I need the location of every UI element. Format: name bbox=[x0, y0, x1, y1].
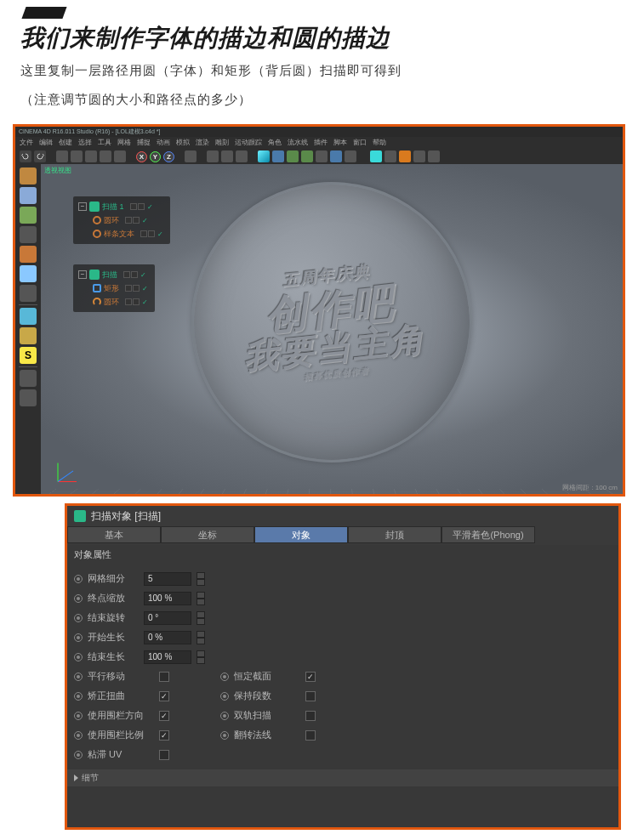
visibility-dots[interactable] bbox=[125, 285, 140, 292]
checkbox[interactable]: ✓ bbox=[159, 730, 169, 741]
attr-value-input[interactable]: 100 % bbox=[144, 592, 191, 605]
checkbox[interactable] bbox=[305, 691, 316, 701]
enable-check-icon[interactable]: ✓ bbox=[147, 203, 155, 211]
deformer-icon[interactable] bbox=[301, 150, 313, 162]
menu-snap[interactable]: 捕捉 bbox=[137, 138, 151, 148]
menu-mesh[interactable]: 网格 bbox=[117, 138, 131, 148]
menu-char[interactable]: 角色 bbox=[268, 138, 282, 148]
enable-check-icon[interactable]: ✓ bbox=[142, 217, 150, 224]
texture-mode-icon[interactable] bbox=[20, 207, 37, 224]
make-editable-icon[interactable] bbox=[20, 167, 37, 184]
anim-dot-icon[interactable] bbox=[74, 712, 83, 720]
anim-dot-icon[interactable] bbox=[220, 673, 229, 681]
details-section[interactable]: 细节 bbox=[67, 769, 618, 786]
tab-caps[interactable]: 封顶 bbox=[348, 526, 441, 543]
extra-tool-icon[interactable] bbox=[114, 150, 126, 162]
menu-create[interactable]: 创建 bbox=[59, 138, 72, 148]
checkbox[interactable] bbox=[305, 711, 316, 721]
anim-dot-icon[interactable] bbox=[74, 751, 83, 759]
spinner-icon[interactable] bbox=[197, 650, 205, 664]
palette-icon-2[interactable] bbox=[385, 150, 396, 162]
menu-track[interactable]: 运动跟踪 bbox=[235, 138, 262, 148]
anim-dot-icon[interactable] bbox=[74, 633, 83, 642]
palette-icon-1[interactable] bbox=[370, 150, 382, 162]
palette-icon-4[interactable] bbox=[413, 150, 425, 162]
hier-row-circle[interactable]: 圆环 ✓ bbox=[78, 213, 165, 227]
primitive-cube-icon[interactable] bbox=[258, 150, 270, 162]
spinner-icon[interactable] bbox=[197, 592, 205, 605]
move-tool-icon[interactable] bbox=[71, 150, 83, 162]
snap-icon[interactable]: S bbox=[20, 347, 37, 364]
point-mode-icon[interactable] bbox=[20, 246, 37, 263]
visibility-dots[interactable] bbox=[140, 230, 155, 237]
rotate-tool-icon[interactable] bbox=[100, 150, 111, 162]
anim-dot-icon[interactable] bbox=[74, 731, 83, 740]
axis-x-toggle[interactable]: X bbox=[136, 151, 147, 162]
menu-anim[interactable]: 动画 bbox=[157, 138, 170, 148]
hier-row-sweep2[interactable]: − 扫描 ✓ bbox=[78, 268, 150, 281]
anim-dot-icon[interactable] bbox=[220, 712, 229, 720]
expand-icon[interactable]: − bbox=[78, 202, 87, 211]
checkbox[interactable] bbox=[159, 672, 169, 682]
palette-icon-5[interactable] bbox=[428, 150, 440, 162]
menu-select[interactable]: 选择 bbox=[78, 138, 92, 148]
attr-value-input[interactable]: 5 bbox=[144, 572, 191, 586]
model-mode-icon[interactable] bbox=[20, 187, 37, 204]
camera-icon[interactable] bbox=[330, 150, 342, 162]
spinner-icon[interactable] bbox=[197, 631, 205, 644]
anim-dot-icon[interactable] bbox=[74, 653, 83, 661]
coord-mode-icon[interactable] bbox=[185, 150, 197, 162]
environment-icon[interactable] bbox=[316, 150, 328, 162]
redo-icon[interactable] bbox=[34, 150, 46, 162]
menu-render[interactable]: 渲染 bbox=[196, 138, 209, 148]
menu-help[interactable]: 帮助 bbox=[373, 138, 386, 148]
axis-mode-icon[interactable] bbox=[20, 308, 37, 325]
hier-row-rect[interactable]: 矩形 ✓ bbox=[78, 281, 150, 295]
render-view-icon[interactable] bbox=[207, 150, 219, 162]
tab-phong[interactable]: 平滑着色(Phong) bbox=[441, 526, 535, 543]
undo-icon[interactable] bbox=[20, 150, 31, 162]
menu-pipe[interactable]: 流水线 bbox=[288, 138, 308, 148]
checkbox[interactable] bbox=[305, 730, 316, 741]
enable-check-icon[interactable]: ✓ bbox=[157, 230, 165, 238]
generator-icon[interactable] bbox=[287, 150, 299, 162]
attr-value-input[interactable]: 0 ° bbox=[144, 611, 191, 625]
menu-sculpt[interactable]: 雕刻 bbox=[215, 138, 229, 148]
anim-dot-icon[interactable] bbox=[74, 692, 83, 701]
render-region-icon[interactable] bbox=[20, 389, 37, 406]
hier-row-sweep1[interactable]: − 扫描 1 ✓ bbox=[78, 200, 165, 213]
palette-icon-3[interactable] bbox=[399, 150, 411, 162]
enable-check-icon[interactable]: ✓ bbox=[142, 285, 150, 292]
menu-file[interactable]: 文件 bbox=[20, 138, 33, 148]
spline-icon[interactable] bbox=[272, 150, 284, 162]
menu-plugin[interactable]: 插件 bbox=[314, 138, 328, 148]
menu-sim[interactable]: 模拟 bbox=[176, 138, 190, 148]
hier-row-arc[interactable]: 圆环 ✓ bbox=[78, 295, 150, 309]
visibility-dots[interactable] bbox=[125, 217, 140, 224]
tab-coord[interactable]: 坐标 bbox=[161, 526, 254, 543]
enable-check-icon[interactable]: ✓ bbox=[140, 271, 148, 279]
menu-edit[interactable]: 编辑 bbox=[39, 138, 53, 148]
anim-dot-icon[interactable] bbox=[220, 731, 229, 740]
axis-y-toggle[interactable]: Y bbox=[150, 151, 161, 162]
checkbox[interactable]: ✓ bbox=[305, 672, 316, 682]
expand-icon[interactable]: − bbox=[78, 270, 87, 279]
checkbox[interactable] bbox=[159, 750, 169, 760]
anim-dot-icon[interactable] bbox=[74, 575, 83, 583]
spinner-icon[interactable] bbox=[197, 572, 205, 586]
poly-mode-icon[interactable] bbox=[20, 285, 37, 302]
visibility-dots[interactable] bbox=[130, 203, 145, 210]
tab-basic[interactable]: 基本 bbox=[67, 526, 161, 543]
attr-value-input[interactable]: 0 % bbox=[144, 631, 191, 644]
edge-mode-icon[interactable] bbox=[20, 265, 37, 282]
object-mode-icon[interactable] bbox=[20, 226, 37, 243]
render-settings-icon[interactable] bbox=[236, 150, 248, 162]
light-icon[interactable] bbox=[345, 150, 356, 162]
visibility-dots[interactable] bbox=[125, 298, 140, 305]
visibility-dots[interactable] bbox=[123, 271, 138, 278]
menu-tools[interactable]: 工具 bbox=[98, 138, 111, 148]
select-tool-icon[interactable] bbox=[56, 150, 68, 162]
checkbox[interactable]: ✓ bbox=[159, 711, 169, 721]
anim-dot-icon[interactable] bbox=[220, 692, 229, 701]
menu-script[interactable]: 脚本 bbox=[333, 138, 347, 148]
